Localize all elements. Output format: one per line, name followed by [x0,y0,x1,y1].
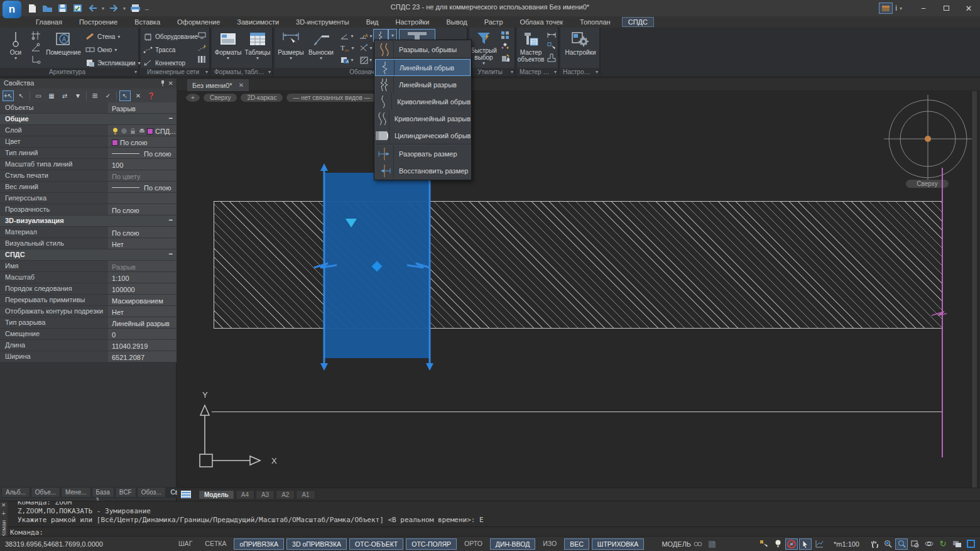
pin-icon[interactable] [160,80,165,87]
layer-on-bulb-icon[interactable] [112,128,119,134]
panel-tab-albums[interactable]: Альб... [1,487,30,498]
layer-print-icon[interactable] [138,128,145,134]
layout-tab-a3[interactable]: A3 [256,490,275,499]
move-selection-icon[interactable]: ⊞ [89,90,101,101]
menu-item-breaks-header[interactable]: Разрывы, обрывы [375,41,471,58]
settings-button[interactable]: Настройки [565,29,596,67]
toggle-osnap[interactable]: оПРИВЯЗКА [234,538,284,550]
tab-nastroyki[interactable]: Настройки [390,18,435,26]
clear-selection-icon[interactable]: ✕ [133,90,144,101]
equipment-monitor-icon[interactable] [196,30,207,41]
annotation-scale[interactable]: *m1:100 [834,540,859,548]
toggle-hatch-display[interactable]: ШТРИХОВКА [592,538,645,550]
help-icon[interactable]: ❓ [146,90,157,101]
visual-style-button[interactable]: 2D-каркас [241,94,283,102]
view-mark-button[interactable]: A▾ [337,54,356,66]
zoom-window-icon[interactable] [895,538,908,550]
lightbulb-icon[interactable] [771,538,784,550]
toggle-grid[interactable]: СЕТКА [200,538,231,550]
layout-list-icon[interactable] [180,490,192,499]
selection-cursor-icon[interactable] [799,538,812,550]
formats-dropdown-icon[interactable]: ▾ [227,56,229,62]
magenta-break-symbol[interactable] [931,307,954,319]
pan-icon[interactable] [868,538,880,550]
axes-button[interactable]: Оси ▾ [1,29,30,67]
collapse-icon[interactable]: − [165,249,177,260]
toggle-dynamic-input[interactable]: ДИН-ВВОД [490,538,535,550]
orbit-icon[interactable] [923,538,935,550]
quick-select-dropdown-icon[interactable]: ▾ [482,61,485,67]
group-expand-icon[interactable]: ▾ [134,68,137,76]
object-inspector-icon[interactable] [499,52,511,63]
group-objects-icon[interactable] [499,30,511,40]
toggle-otrack-polar[interactable]: ОТС-ПОЛЯР [406,538,457,550]
menu-item-cylindrical-obryv[interactable]: Цилиндрический обрыв [375,127,471,144]
no-plot-icon[interactable] [785,538,798,550]
select-invert-icon[interactable]: ⇄ [59,90,70,101]
highlight-selection-icon[interactable]: ↖ [119,90,131,101]
room-button[interactable]: A Помещение [44,29,83,67]
select-window-icon[interactable]: ▭ [33,90,44,101]
prop-group-general[interactable]: Общие− [0,114,177,125]
model-space-label[interactable]: МОДЕЛЬ [662,540,691,548]
axis-grid-icon[interactable] [30,30,41,41]
document-close-icon[interactable]: ✕ [239,82,244,89]
linked-views-button[interactable]: — нет связанных видов — [286,94,376,102]
prop-group-spds[interactable]: СПДС− [0,249,177,261]
group-expand-icon[interactable]: ▾ [596,68,598,76]
break-selection[interactable] [309,163,445,371]
view-locator-wheel[interactable] [884,95,972,183]
formats-button[interactable]: Форматы ▾ [214,29,242,67]
layout-tab-a2[interactable]: A2 [276,490,295,499]
tab-oblaka-tochek[interactable]: Облака точек [514,18,569,26]
tab-postroenie[interactable]: Построение [74,18,123,26]
panel-tab-database[interactable]: База з... [92,487,114,498]
tables-button[interactable]: Таблицы ▾ [243,29,272,67]
menu-item-curved-razryv[interactable]: Криволинейный разрыв [375,110,471,127]
restore-button[interactable] [935,1,957,16]
toggle-snap-step[interactable]: ШАГ [173,538,197,550]
sheet-note-icon[interactable] [705,538,718,550]
layout-tab-model[interactable]: Модель [199,490,234,499]
leaders-dropdown-icon[interactable]: ▾ [320,56,322,62]
tab-zavisimosti[interactable]: Зависимости [231,18,285,26]
dimensions-dropdown-icon[interactable]: ▾ [290,56,292,62]
equipment-button[interactable]: Оборудование [143,31,198,42]
menu-item-linear-obryv[interactable]: Линейный обрыв [375,59,471,76]
leaders-button[interactable]: Выноски ▾ [307,29,335,67]
toggle-ortho[interactable]: ОРТО [459,538,487,550]
columns-icon[interactable] [196,54,207,65]
tab-spds[interactable]: СПДС [622,17,654,27]
axes-dropdown-icon[interactable]: ▾ [14,56,17,62]
panel-tab-symbols[interactable]: Обоз... [137,487,166,498]
layout-tab-a1[interactable]: A1 [296,490,315,499]
lineweight-chart-icon[interactable] [813,538,825,550]
collapse-icon[interactable]: − [165,114,177,124]
select-crossing-icon[interactable]: ▦ [46,90,57,101]
object-master-button[interactable]: Мастер объектов [517,29,545,67]
ribbon-mode-icon[interactable] [879,3,893,14]
view-direction-button[interactable]: Сверху [204,94,237,102]
panel-tab-manager[interactable]: Мене... [61,487,90,498]
layer-freeze-icon[interactable] [121,128,128,134]
toggle-3d-osnap[interactable]: 3D оПРИВЯЗКА [286,538,347,550]
quick-select-button[interactable]: Быстрый выбор ▾ [470,29,498,67]
filter-selection-icon[interactable]: ▼ [72,90,84,101]
group-expand-icon[interactable]: ▾ [205,68,208,76]
window-button[interactable]: Окно▾ [85,44,141,55]
grips-cursor-icon[interactable] [758,538,770,550]
tab-vyvod[interactable]: Вывод [440,18,472,26]
toggle-otrack-object[interactable]: ОТС-ОБЪЕКТ [349,538,403,550]
menu-item-break-dimension[interactable]: Разорвать размер [375,145,471,162]
tab-3d-instrumenty[interactable]: 3D-инструменты [290,18,355,26]
zoom-realtime-icon[interactable] [881,538,894,550]
tables-dropdown-icon[interactable]: ▾ [256,56,259,62]
close-panel-icon[interactable]: ✕ [168,80,173,87]
collapse-icon[interactable]: − [165,215,177,226]
angle-axis-icon[interactable] [30,42,41,53]
locator-dot[interactable] [925,136,931,142]
tab-rastr[interactable]: Растр [479,18,509,26]
structure-icon[interactable] [499,41,511,52]
panel-tab-bcf[interactable]: BCF [115,487,136,498]
regen-icon[interactable]: ↻ [937,538,949,550]
